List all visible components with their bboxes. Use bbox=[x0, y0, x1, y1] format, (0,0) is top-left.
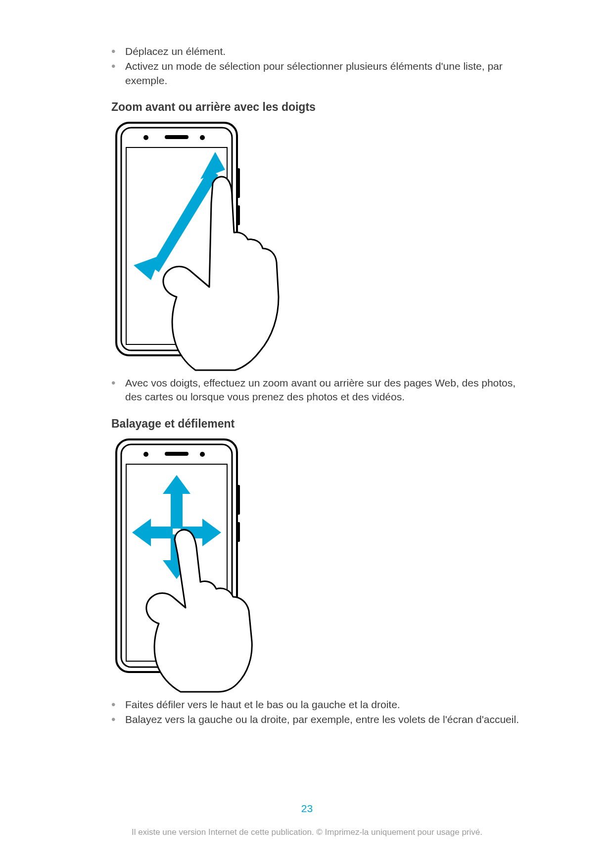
list-item-text: Déplacez un élément. bbox=[125, 46, 226, 57]
svg-point-2 bbox=[143, 135, 148, 140]
swipe-illustration bbox=[111, 435, 530, 695]
page: Déplacez un élément. Activez un mode de … bbox=[0, 0, 614, 868]
list-item: Déplacez un élément. bbox=[111, 45, 530, 58]
svg-rect-7 bbox=[237, 205, 240, 225]
svg-point-15 bbox=[200, 452, 205, 457]
list-item: Activez un mode de sélection pour sélect… bbox=[111, 59, 530, 88]
svg-rect-14 bbox=[165, 452, 189, 456]
list-item-text: Activez un mode de sélection pour sélect… bbox=[125, 60, 503, 86]
svg-rect-24 bbox=[150, 527, 173, 538]
section-heading-swipe: Balayage et défilement bbox=[111, 417, 530, 431]
footer-note: Il existe une version Internet de cette … bbox=[0, 827, 614, 837]
section-heading-zoom: Zoom avant ou arrière avec les doigts bbox=[111, 100, 530, 114]
zoom-illustration bbox=[111, 119, 530, 373]
list-item: Avec vos doigts, effectuez un zoom avant… bbox=[111, 376, 530, 404]
svg-rect-20 bbox=[171, 493, 183, 529]
list-item-text: Faites défiler vers le haut et le bas ou… bbox=[125, 699, 400, 710]
page-content: Déplacez un élément. Activez un mode de … bbox=[111, 45, 530, 726]
svg-rect-6 bbox=[237, 168, 240, 198]
svg-rect-17 bbox=[237, 485, 240, 515]
svg-point-4 bbox=[200, 135, 205, 140]
top-bullet-list: Déplacez un élément. Activez un mode de … bbox=[111, 45, 530, 88]
pinch-zoom-icon bbox=[111, 119, 309, 371]
swipe-scroll-icon bbox=[111, 435, 309, 693]
svg-rect-3 bbox=[165, 135, 189, 139]
svg-point-13 bbox=[143, 452, 148, 457]
zoom-bullet-list: Avec vos doigts, effectuez un zoom avant… bbox=[111, 376, 530, 404]
swipe-bullet-list: Faites défiler vers le haut et le bas ou… bbox=[111, 698, 530, 727]
list-item: Faites défiler vers le haut et le bas ou… bbox=[111, 698, 530, 712]
list-item-text: Balayez vers la gauche ou la droite, par… bbox=[125, 714, 519, 725]
list-item: Balayez vers la gauche ou la droite, par… bbox=[111, 713, 530, 726]
svg-rect-18 bbox=[237, 522, 240, 542]
list-item-text: Avec vos doigts, effectuez un zoom avant… bbox=[125, 377, 516, 402]
page-number: 23 bbox=[0, 803, 614, 815]
